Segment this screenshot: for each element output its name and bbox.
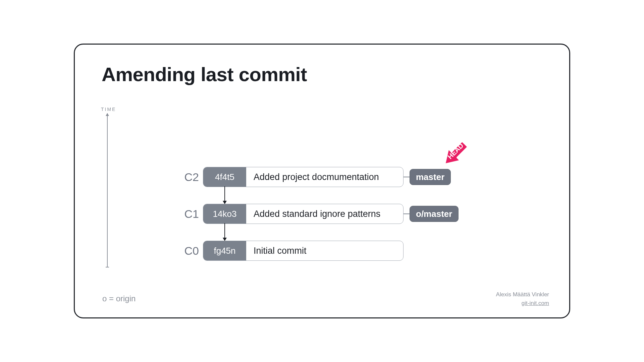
time-axis (107, 113, 108, 267)
slide-frame: Amending last commit TIME C2 4f4t5 Added… (74, 44, 570, 318)
commit-row: C2 4f4t5 Added project docmumentation ma… (175, 167, 459, 187)
commit-graph: C2 4f4t5 Added project docmumentation ma… (175, 167, 459, 261)
commit-hash: 14ko3 (203, 204, 246, 224)
head-pointer-icon: HEAD (435, 135, 476, 172)
commit-hash: 4f4t5 (203, 167, 246, 187)
author-site-link[interactable]: git-init.com (496, 299, 549, 308)
parent-arrow-icon (224, 223, 225, 241)
commit-box: 4f4t5 Added project docmumentation (203, 167, 404, 187)
commit-message: Added project docmumentation (246, 172, 403, 182)
commit-message: Initial commit (246, 246, 403, 256)
legend-text: o = origin (102, 294, 136, 303)
connector-line (404, 214, 410, 214)
commit-row: C0 fg45n Initial commit (175, 241, 459, 261)
slide-title: Amending last commit (102, 63, 307, 85)
time-axis-label: TIME (101, 107, 116, 112)
head-label: HEAD (446, 142, 465, 161)
commit-message: Added standard ignore patterns (246, 209, 403, 219)
row-gap (175, 187, 459, 204)
commit-label: C1 (175, 207, 199, 221)
commit-row: C1 14ko3 Added standard ignore patterns … (175, 204, 459, 224)
branch-tag-master: master (410, 169, 451, 185)
row-gap (175, 224, 459, 241)
connector-line (404, 177, 410, 177)
branch-tag-origin-master: o/master (410, 206, 459, 222)
commit-label: C0 (175, 244, 199, 257)
parent-arrow-icon (224, 186, 225, 204)
credits: Alexis Määttä Vinkler git-init.com (496, 290, 549, 307)
commit-box: 14ko3 Added standard ignore patterns (203, 204, 404, 224)
commit-box: fg45n Initial commit (203, 241, 404, 261)
commit-label: C2 (175, 171, 199, 184)
commit-hash: fg45n (203, 241, 246, 260)
author-name: Alexis Määttä Vinkler (496, 290, 549, 299)
